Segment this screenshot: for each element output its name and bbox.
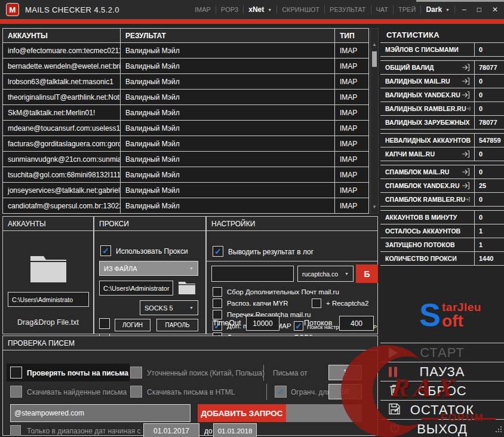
folder-icon[interactable]: [29, 254, 67, 286]
export-arrow-icon[interactable]: [462, 168, 471, 176]
menu-result[interactable]: РЕЗУЛЬТАТ: [325, 6, 370, 13]
use-proxy-checkbox[interactable]: [100, 245, 111, 256]
table-scrollbar[interactable]: ▲ ▼: [370, 28, 379, 214]
menu-chat[interactable]: ЧАТ: [371, 6, 394, 13]
brand-logo-s: S: [419, 301, 441, 329]
minimize-button[interactable]: –: [462, 5, 466, 14]
menu-xnet-dropdown[interactable]: xNet▼: [244, 5, 276, 14]
stat-label: СПАМБЛОК MAIL.RU: [385, 168, 449, 176]
table-row[interactable]: tsuchita@gol.com:68mini98132I111Валидный…: [3, 167, 368, 183]
stat-value: 1440: [475, 252, 504, 265]
table-row[interactable]: theoriginalinsulT@earthlink.net:NothВали…: [3, 90, 368, 105]
table-row[interactable]: facturas@gorditaslaguera.com:gordiВалидн…: [3, 136, 368, 152]
captcha-key-input[interactable]: [211, 266, 294, 282]
result-cell: Валидный Мэйл: [121, 74, 335, 89]
proxy-type-dropdown[interactable]: SOCKS 5▼: [140, 300, 198, 315]
proxy-file-field[interactable]: C:\Users\Administrator: [99, 281, 173, 296]
myr-captcha-checkbox[interactable]: [213, 298, 222, 308]
stat-label: ЗАПУЩЕНО ПОТОКОВ: [385, 241, 455, 248]
collect-extra-mail-checkbox[interactable]: [213, 287, 222, 297]
type-cell: IMAP: [335, 167, 368, 182]
stats-group: НЕВАЛИДНЫХ АККАУНТОВ547859 КАПЧИ MAIL.RU…: [380, 133, 504, 161]
date-from-input[interactable]: 01.01.2017: [143, 423, 199, 437]
exit-button[interactable]: ВЫХОД: [380, 420, 504, 437]
result-cell: Валидный Мэйл: [121, 198, 335, 213]
refined-search-checkbox[interactable]: [130, 367, 142, 378]
chevron-down-icon: ▼: [189, 266, 193, 270]
browse-folder-icon[interactable]: [178, 281, 196, 297]
menu-xnet-label: xNet: [248, 5, 264, 14]
menu-imap[interactable]: IMAP: [190, 6, 216, 13]
reset-button[interactable]: СБРОС: [380, 381, 504, 401]
log-output-checkbox[interactable]: [213, 246, 223, 257]
letters-panel: ПРОВЕРКА ПИСЕМ Проверять почты на письма…: [2, 336, 378, 436]
maximize-button[interactable]: □: [477, 5, 481, 14]
export-arrow-icon[interactable]: [462, 78, 471, 85]
resize-grip[interactable]: [496, 424, 502, 435]
remainder-button[interactable]: ОСТАТОК: [380, 401, 504, 420]
letters-from-input[interactable]: 1: [328, 365, 362, 380]
threads-input[interactable]: 400: [339, 316, 374, 331]
export-arrow-icon[interactable]: [469, 119, 471, 126]
column-header-accounts[interactable]: АККАУНТЫ: [3, 29, 121, 42]
column-header-result[interactable]: РЕЗУЛЬТАТ: [121, 29, 335, 42]
collect-extra-mail-label: Сбор Дополнительных Почт mail.ru: [227, 288, 339, 296]
date-range-checkbox[interactable]: [10, 425, 21, 436]
theme-dropdown[interactable]: Dark▼: [421, 5, 454, 14]
column-header-type[interactable]: ТИП: [335, 29, 368, 42]
password-button[interactable]: ПАРОЛЬ: [156, 319, 198, 331]
table-row[interactable]: lrobson63@talktalk.net:masonic1Валидный …: [3, 74, 368, 90]
accounts-path-field[interactable]: C:\Users\Administrato: [8, 292, 89, 307]
close-button[interactable]: ✕: [492, 5, 498, 14]
export-arrow-icon[interactable]: [462, 91, 471, 99]
letters-from-label: Письма от: [273, 369, 308, 377]
table-row[interactable]: candiotafm@supersul.com.br:13022(Валидны…: [3, 198, 368, 214]
balance-button[interactable]: Б: [356, 264, 378, 283]
export-arrow-icon[interactable]: [465, 196, 471, 203]
stat-value: 0: [475, 193, 504, 206]
scroll-down-icon[interactable]: ▼: [371, 204, 378, 210]
table-row[interactable]: info@efectomuare.com:tecmec0211Валидный …: [3, 43, 368, 59]
table-row[interactable]: bernadette.wendeln@ewetel.net:brirВалидн…: [3, 59, 368, 74]
settings-panel-title: НАСТРОЙКИ: [207, 217, 377, 231]
export-arrow-icon[interactable]: [462, 64, 471, 71]
table-row[interactable]: sunmianvudgnk@21cn.com:sunmianВалидный М…: [3, 152, 368, 167]
stat-value: 0: [475, 75, 504, 88]
stat-label: КОЛИЧЕСТВО ПРОКСИ: [385, 255, 457, 262]
menu-tray[interactable]: ТРЕЙ: [394, 6, 420, 13]
menu-screenshot[interactable]: СКРИНШОТ: [277, 6, 324, 13]
stat-value: 0: [475, 165, 504, 179]
table-row[interactable]: mdeane@toucansurf.com:useless1sВалидный …: [3, 121, 368, 136]
type-cell: IMAP: [335, 74, 368, 89]
check-mail-checkbox[interactable]: [10, 367, 22, 378]
export-arrow-icon[interactable]: [462, 150, 471, 158]
table-row[interactable]: jonseyservices@talktalk.net:gabrielleВал…: [3, 183, 368, 198]
table-row[interactable]: SkM@talktalk.net:Merlin01!Валидный МэйлI…: [3, 105, 368, 121]
date-to-input[interactable]: 01.01.2018: [213, 423, 257, 437]
export-arrow-icon[interactable]: [462, 182, 471, 189]
start-button[interactable]: СТАРТ: [380, 343, 504, 362]
scroll-up-icon[interactable]: ▲: [371, 42, 378, 48]
pop3-limit-checkbox[interactable]: [275, 386, 287, 398]
add-query-button[interactable]: ДОБАВИТЬ ЗАПРОС: [198, 404, 286, 422]
statistics-panel: СТАТИСТИКА МЭЙЛОВ С ПИСЬМАМИ0 ОБЩИЙ ВАЛИ…: [380, 27, 504, 269]
export-arrow-icon[interactable]: [466, 105, 471, 112]
timeout-input[interactable]: 10000: [246, 316, 279, 331]
pop3-limit-input[interactable]: 50: [328, 384, 362, 399]
menu-pop3[interactable]: POP3: [216, 6, 243, 13]
captcha-service-dropdown[interactable]: rucaptcha.co▼: [297, 266, 354, 282]
recaptcha2-checkbox[interactable]: [312, 298, 321, 308]
login-button[interactable]: ЛОГИН: [115, 319, 150, 331]
scrollbar-thumb[interactable]: [372, 51, 377, 67]
proxy-panel-title: ПРОКСИ: [94, 217, 205, 231]
download-html-checkbox[interactable]: [130, 386, 142, 398]
proxy-source-dropdown[interactable]: ИЗ ФАЙЛА▼: [99, 261, 198, 276]
proxy-auth-checkbox[interactable]: [99, 318, 110, 329]
pause-button[interactable]: ПАУЗА: [380, 362, 504, 381]
query-input[interactable]: @steampowered.com: [10, 404, 190, 422]
captcha-service-value: rucaptcha.co: [302, 270, 338, 278]
remainder-label: ОСТАТОК: [380, 401, 504, 419]
download-letters-checkbox[interactable]: [10, 386, 22, 398]
brand-logo-bottom: oft: [442, 313, 481, 330]
threads-field-label: Потоков: [304, 319, 332, 327]
